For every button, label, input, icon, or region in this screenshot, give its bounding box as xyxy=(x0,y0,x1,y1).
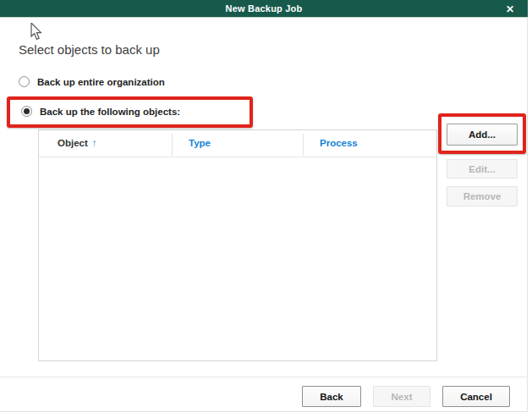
objects-table[interactable]: Object↑ Type Process xyxy=(38,129,437,361)
screen: New Backup Job ✕ Select objects to back … xyxy=(0,0,532,418)
radio-circle-selected-icon[interactable] xyxy=(21,106,32,117)
sort-ascending-icon: ↑ xyxy=(92,138,97,148)
remove-button: Remove xyxy=(447,186,518,206)
radio-label: Back up the following objects: xyxy=(40,107,180,117)
radio-backup-following-objects[interactable]: Back up the following objects: xyxy=(21,106,180,117)
window-title: New Backup Job xyxy=(226,3,303,14)
column-separator xyxy=(303,134,304,156)
cancel-button[interactable]: Cancel xyxy=(442,386,510,407)
close-icon[interactable]: ✕ xyxy=(499,0,521,18)
page-title: Select objects to back up xyxy=(19,42,160,57)
radio-label: Back up entire organization xyxy=(37,77,165,87)
column-separator xyxy=(172,134,173,156)
add-button[interactable]: Add... xyxy=(447,124,518,146)
edit-button: Edit... xyxy=(447,159,518,179)
mouse-cursor-icon xyxy=(30,23,43,41)
objects-table-header: Object↑ Type Process xyxy=(39,130,436,157)
column-header-process[interactable]: Process xyxy=(320,138,358,148)
next-button: Next xyxy=(373,386,431,407)
back-button[interactable]: Back xyxy=(302,386,361,407)
column-header-object-label: Object xyxy=(58,138,88,148)
objects-table-body-empty[interactable] xyxy=(39,158,436,360)
footer-divider xyxy=(0,377,527,377)
titlebar: New Backup Job ✕ xyxy=(0,0,528,18)
radio-backup-entire-organization[interactable]: Back up entire organization xyxy=(19,76,165,87)
radio-circle-unselected-icon[interactable] xyxy=(19,76,30,87)
column-header-type[interactable]: Type xyxy=(189,138,211,148)
new-backup-job-dialog: New Backup Job ✕ Select objects to back … xyxy=(0,0,528,412)
column-header-object[interactable]: Object↑ xyxy=(58,138,97,148)
